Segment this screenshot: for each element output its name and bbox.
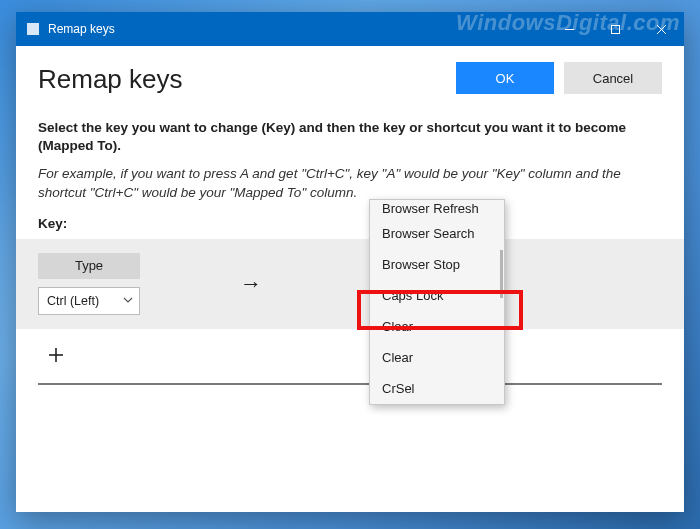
key-select[interactable]: Ctrl (Left) — [38, 287, 140, 315]
maximize-button[interactable] — [592, 12, 638, 46]
dropdown-item-caps-lock[interactable]: Caps Lock — [370, 280, 504, 311]
minimize-button[interactable] — [546, 12, 592, 46]
example-text: For example, if you want to press A and … — [38, 165, 662, 201]
svg-rect-2 — [611, 25, 619, 33]
dropdown-item[interactable]: Browser Refresh — [370, 200, 504, 218]
dropdown-scrollbar[interactable] — [500, 250, 503, 298]
window-title: Remap keys — [48, 22, 115, 36]
svg-rect-0 — [27, 23, 39, 35]
chevron-down-icon — [123, 294, 133, 308]
app-icon — [26, 22, 40, 36]
remap-row: Type Ctrl (Left) → — [16, 239, 684, 329]
plus-icon — [46, 345, 66, 365]
arrow-icon: → — [240, 271, 262, 297]
dropdown-item[interactable]: Browser Stop — [370, 249, 504, 280]
dropdown-item[interactable]: Clear — [370, 342, 504, 373]
dropdown-item[interactable]: Clear — [370, 311, 504, 342]
page-title: Remap keys — [38, 60, 456, 95]
close-button[interactable] — [638, 12, 684, 46]
mapped-to-dropdown[interactable]: Browser Refresh Browser Search Browser S… — [369, 199, 505, 405]
remap-keys-window: Remap keys Remap keys OK Cancel Select t… — [16, 12, 684, 512]
dropdown-item[interactable]: CrSel — [370, 373, 504, 404]
cancel-button[interactable]: Cancel — [564, 62, 662, 94]
dropdown-item[interactable]: Browser Search — [370, 218, 504, 249]
key-select-value: Ctrl (Left) — [47, 294, 99, 308]
type-button[interactable]: Type — [38, 253, 140, 279]
key-column-label: Key: — [38, 216, 662, 231]
divider — [38, 383, 662, 385]
add-row-button[interactable] — [38, 337, 74, 373]
ok-button[interactable]: OK — [456, 62, 554, 94]
instruction-text: Select the key you want to change (Key) … — [38, 119, 662, 155]
titlebar: Remap keys — [16, 12, 684, 46]
